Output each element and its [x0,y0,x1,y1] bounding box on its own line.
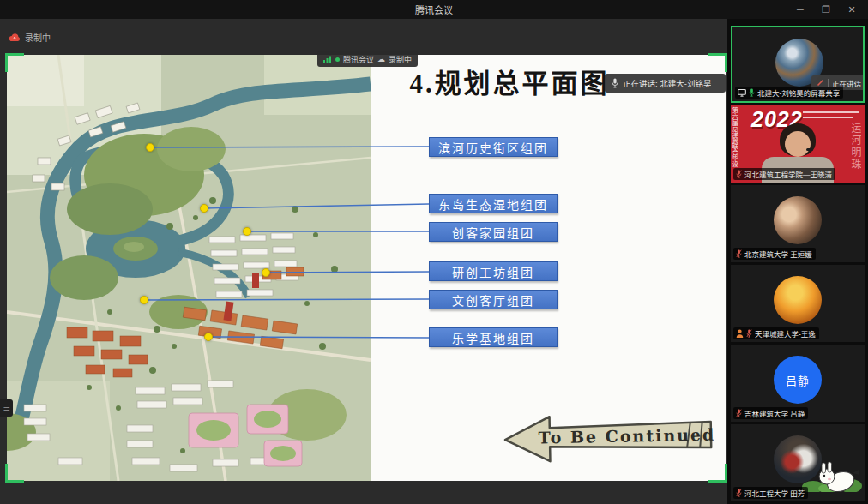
share-border-corner [5,464,24,483]
mic-muted-icon [736,249,742,258]
video-tile-wanghengyuan[interactable]: 北京建筑大学 王姮媛 [731,185,865,262]
minimize-button[interactable]: ─ [787,0,813,19]
participant-sidebar: 正在讲话 北建大-刘铭昊的屏幕共享 第六届京津冀联合毕设 2022 运河明珠 [727,19,868,504]
video-tile-liuminghao[interactable]: 正在讲话 北建大-刘铭昊的屏幕共享 [731,26,865,103]
headset-mic [806,148,813,151]
callout-dot [140,296,148,304]
participant-label: 北建大-刘铭昊的屏幕共享 [735,87,843,99]
callout-lexue: 乐学基地组团 [429,327,558,347]
share-border-corner [708,464,727,483]
participant-name: 天津城建大学-王逸 [755,328,816,339]
participant-name: 河北建筑工程学院—王晓清 [744,169,832,179]
share-toolbar-app: 腾讯会议 [343,54,374,65]
callout-chuangke: 创客家园组团 [429,222,558,242]
callout-dot [262,268,270,277]
callout-dot [243,227,251,236]
callout-dot [146,143,154,152]
recording-label: 录制中 [25,31,51,44]
maximize-button[interactable]: ❐ [813,0,839,19]
mic-icon [612,78,618,88]
mic-muted-icon [736,489,742,497]
participant-name: 河北工程大学 田芳 [744,488,805,498]
mic-active-icon [749,88,755,97]
participant-name: 吉林建筑大学 吕静 [744,408,805,418]
master-plan-map [7,55,371,481]
rabbit-sticker [801,461,863,492]
arrow-text: To Be Continued [538,425,715,447]
signal-icon [323,56,332,63]
person-face [785,131,811,157]
callout-dongdao: 东岛生态湿地组团 [429,194,558,213]
participant-label: 天津城建大学-王逸 [733,327,819,339]
avatar-initials: 吕静 [774,356,822,404]
callout-dot [200,204,208,213]
callout-label: 文创客厅组团 [452,291,534,309]
online-dot-icon [335,57,340,62]
close-button[interactable]: ✕ [839,0,865,19]
active-speaker-banner: 正在讲话: 北建大-刘铭昊 [605,74,726,93]
record-cloud-icon [9,33,21,42]
cloud-record-icon: ☁ [377,55,385,63]
callout-wenchuang: 文创客厅组团 [429,290,558,309]
callout-dot [204,333,213,341]
callout-binhe: 滨河历史街区组团 [429,137,558,157]
avatar [774,196,822,244]
callout-label: 创客家园组团 [452,224,534,241]
video-tile-wangyi[interactable]: 天津城建大学-王逸 [731,265,865,342]
callout-label: 乐学基地组团 [452,329,534,346]
avatar [774,276,822,324]
share-toolbar-recording: 录制中 [389,54,412,65]
video-tile-tianfang[interactable]: 河北工程大学 田芳 [731,424,865,501]
video-tile-wangxiaoqing[interactable]: 第六届京津冀联合毕设 2022 运河明珠 河北建筑工程学院—王晓清 [731,105,865,183]
banner-vertical-right: 运河明珠 [848,123,863,171]
to-be-continued-arrow: To Be Continued [500,411,716,465]
participant-label: 北京建筑大学 王姮媛 [733,248,816,260]
participant-name: 北建大-刘铭昊的屏幕共享 [757,87,840,98]
window-title: 腾讯会议 [415,3,453,16]
window-titlebar: 腾讯会议 ─ ❐ ✕ [0,0,868,19]
shared-screen-stage: 录制中 腾讯会议 ☁ 录制中 [0,19,727,504]
participant-label: 河北工程大学 田芳 [733,487,808,499]
person-icon [736,329,744,338]
shared-slide: 4.规划总平面图 正在讲话: 北建大-刘铭昊 滨河历史街区组团 东岛生态湿地组团… [7,55,726,481]
share-border-corner [5,53,24,72]
panel-toggle-button[interactable]: ☰ [0,399,13,417]
callout-yanchuang: 研创工坊组团 [429,261,558,281]
participant-label: 吉林建筑大学 吕静 [733,407,808,419]
avatar-text: 吕静 [786,372,810,388]
screen-share-icon [738,89,746,97]
mic-muted-icon [736,170,742,178]
active-speaker-label: 正在讲话: 北建大-刘铭昊 [623,77,711,89]
mic-muted-icon [746,329,752,338]
slide-title: 4.规划总平面图 [395,62,624,100]
recording-indicator[interactable]: 录制中 [9,31,51,44]
participant-name: 北京建筑大学 王姮媛 [744,249,812,259]
share-status-toolbar: 腾讯会议 ☁ 录制中 [317,51,418,67]
share-border-corner [708,53,727,72]
video-tile-lvjing[interactable]: 吕静 吉林建筑大学 吕静 [731,345,865,422]
pen-icon [817,79,824,87]
participant-label: 河北建筑工程学院—王晓清 [733,168,835,180]
tencent-meeting-window: 腾讯会议 ─ ❐ ✕ 录制中 腾讯会议 ☁ 录制中 [0,0,868,504]
callout-label: 滨河历史街区组团 [438,139,548,156]
mic-muted-icon [736,409,742,417]
callout-label: 研创工坊组团 [452,263,534,280]
callout-label: 东岛生态湿地组团 [438,195,548,213]
